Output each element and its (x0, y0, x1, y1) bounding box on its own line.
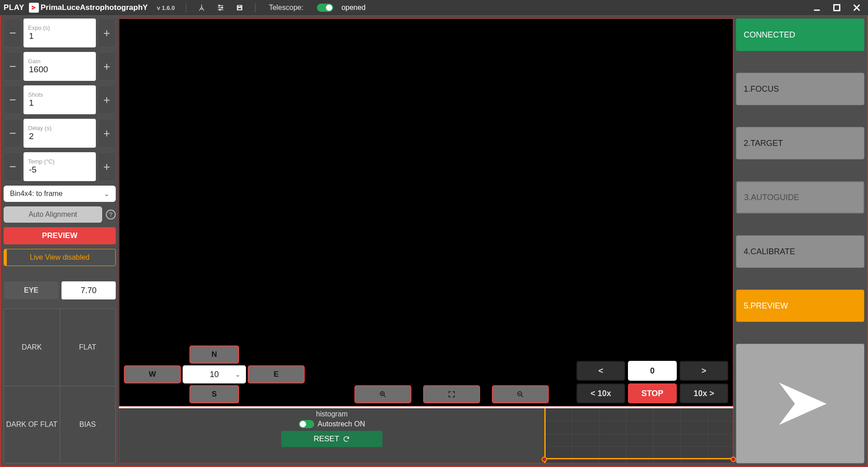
mount-icon[interactable] (197, 3, 206, 12)
pad-rate-value: 10 (210, 370, 219, 379)
svg-point-0 (218, 5, 220, 6)
zoom-out-button[interactable] (492, 385, 549, 403)
chevron-down-icon: ⌄ (235, 371, 241, 378)
preview-button[interactable]: PREVIEW (4, 227, 116, 244)
pad-south-button[interactable]: S (189, 385, 239, 403)
exposure-plus-button[interactable]: + (98, 19, 116, 47)
gain-minus-button[interactable]: − (4, 52, 22, 81)
frame-bias-button[interactable]: BIAS (60, 386, 116, 463)
temp-row: − Temp (°C) + (4, 152, 116, 181)
histogram-range-bar[interactable] (545, 458, 733, 459)
go-button[interactable] (736, 344, 864, 463)
eye-row: EYE 7.70 (4, 281, 116, 299)
slew-right-button[interactable]: > (679, 361, 728, 381)
preview-step-button[interactable]: 5.PREVIEW (736, 290, 864, 322)
slew-rate-grid: < 0 > < 10x STOP 10x > (576, 361, 728, 403)
focus-button[interactable]: 1.FOCUS (736, 73, 864, 105)
pad-rate-select[interactable]: 10 ⌄ (183, 365, 246, 383)
window-maximize-icon[interactable] (829, 1, 844, 14)
shots-plus-button[interactable]: + (98, 85, 116, 114)
svg-rect-6 (834, 5, 840, 11)
play-label: PLAY (4, 3, 24, 12)
calibrate-label: 4.CALIBRATE (744, 247, 795, 257)
image-area[interactable]: N W 10 ⌄ E S (119, 19, 733, 406)
svg-rect-5 (238, 8, 241, 10)
zoom-in-button[interactable] (354, 385, 411, 403)
autostretch-toggle[interactable] (299, 420, 314, 428)
slew-stop-button[interactable]: STOP (628, 383, 677, 403)
histogram-section: histogram Autostrech ON RESET (119, 408, 733, 463)
auto-alignment-button[interactable]: Auto Alignment (4, 206, 102, 223)
temp-input[interactable] (28, 164, 91, 176)
temp-minus-button[interactable]: − (4, 152, 22, 181)
autoguide-button[interactable]: 3.AUTOGUIDE (736, 181, 864, 214)
eye-button[interactable]: EYE (4, 281, 59, 299)
telescope-toggle[interactable] (317, 4, 333, 12)
gain-label: Gain (28, 58, 91, 64)
settings-sliders-icon[interactable] (216, 3, 225, 12)
autostretch-row: Autostrech ON (299, 420, 365, 428)
gain-plus-button[interactable]: + (98, 52, 116, 81)
liveview-label: Live View disabled (30, 253, 90, 262)
delay-minus-button[interactable]: − (4, 119, 22, 148)
exposure-label: Expo (s) (28, 25, 91, 31)
window-minimize-icon[interactable] (809, 1, 825, 14)
direction-pad: N W 10 ⌄ E S (124, 346, 305, 403)
delay-plus-button[interactable]: + (98, 119, 116, 148)
exposure-field[interactable]: Expo (s) (24, 19, 96, 47)
histogram-handle-left[interactable] (542, 457, 547, 462)
fit-screen-icon (448, 390, 456, 398)
shots-input[interactable] (28, 98, 91, 109)
calibrate-button[interactable]: 4.CALIBRATE (736, 235, 864, 268)
telescope-status: opened (341, 4, 365, 12)
exposure-minus-button[interactable]: − (4, 19, 22, 47)
separator (186, 3, 186, 12)
frame-dark-button[interactable]: DARK (4, 309, 60, 386)
focus-label: 1.FOCUS (744, 84, 779, 94)
liveview-button[interactable]: Live View disabled (4, 249, 116, 266)
slew-left-button[interactable]: < (576, 361, 625, 381)
gain-row: − Gain + (4, 52, 116, 81)
telescope-label: Telescope: (269, 4, 304, 12)
preview-step-label: 5.PREVIEW (744, 301, 788, 311)
target-button[interactable]: 2.TARGET (736, 127, 864, 159)
delay-field[interactable]: Delay (s) (24, 119, 96, 148)
temp-label: Temp (°C) (28, 159, 91, 164)
save-icon[interactable] (235, 3, 244, 12)
slew-right10x-button[interactable]: 10x > (679, 383, 728, 403)
delay-input[interactable] (28, 131, 91, 142)
left-panel: − Expo (s) + − Gain + − Shots + − (4, 19, 116, 463)
pad-west-button[interactable]: W (124, 365, 181, 383)
binning-select[interactable]: Bin4x4: to frame ⌄ (4, 186, 116, 202)
gain-input[interactable] (28, 64, 91, 75)
svg-rect-4 (238, 5, 241, 7)
temp-field[interactable]: Temp (°C) (24, 152, 96, 181)
temp-plus-button[interactable]: + (98, 152, 116, 181)
window-close-icon[interactable] (849, 1, 864, 14)
image-overlay-controls: N W 10 ⌄ E S (119, 341, 733, 406)
histogram-plot[interactable] (544, 408, 733, 463)
zoom-controls (354, 385, 549, 403)
main: − Expo (s) + − Gain + − Shots + − (0, 15, 868, 467)
histogram-title: histogram (316, 410, 348, 418)
pad-north-button[interactable]: N (189, 346, 239, 364)
shots-row: − Shots + (4, 85, 116, 114)
zoom-in-icon (379, 390, 387, 398)
slew-left10x-button[interactable]: < 10x (576, 383, 625, 403)
shots-minus-button[interactable]: − (4, 85, 22, 114)
connect-button[interactable]: CONNECTED (736, 19, 864, 51)
pad-east-button[interactable]: E (248, 365, 305, 383)
auto-alignment-row: Auto Alignment ? (4, 206, 116, 223)
frame-darkofflat-button[interactable]: DARK OF FLAT (4, 386, 60, 463)
zoom-out-icon (516, 390, 524, 398)
histogram-handle-right[interactable] (731, 457, 736, 462)
target-label: 2.TARGET (744, 139, 783, 148)
exposure-input[interactable] (28, 31, 91, 42)
frame-flat-button[interactable]: FLAT (60, 309, 116, 386)
help-icon[interactable]: ? (106, 210, 116, 219)
shots-field[interactable]: Shots (24, 85, 96, 114)
center-panel: N W 10 ⌄ E S (118, 19, 733, 463)
gain-field[interactable]: Gain (24, 52, 96, 81)
histogram-reset-button[interactable]: RESET (281, 431, 382, 447)
zoom-fit-button[interactable] (423, 385, 480, 403)
